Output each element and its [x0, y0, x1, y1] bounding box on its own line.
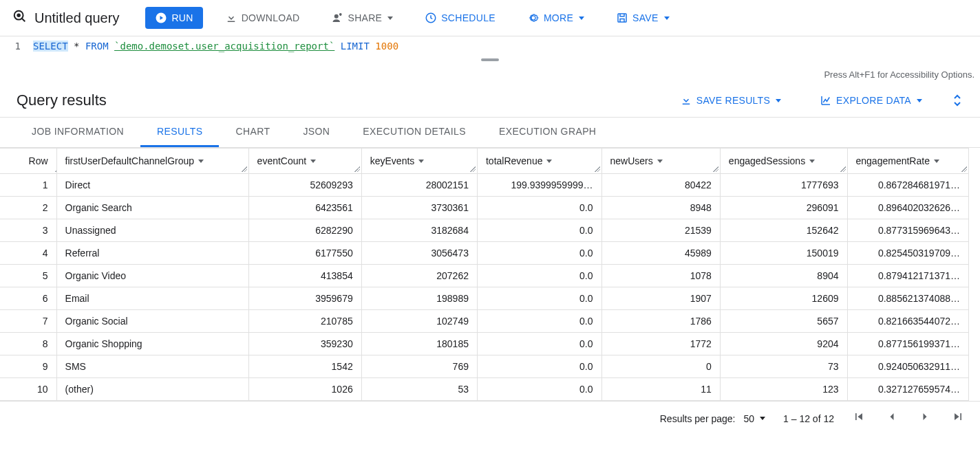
download-icon: [225, 12, 237, 24]
cell-total-revenue: 0.0: [477, 310, 601, 333]
cell-new-users: 21539: [601, 219, 720, 242]
per-page: Results per page: 50: [660, 413, 765, 424]
caret-down-icon: [664, 17, 670, 20]
col-key-events[interactable]: keyEvents: [361, 149, 477, 174]
cell-key-events: 3182684: [361, 219, 477, 242]
cell-engagement-rate: 0.885621374088…: [847, 287, 969, 310]
results-actions: SAVE RESULTS EXPLORE DATA: [670, 89, 963, 111]
cell-total-revenue: 0.0: [477, 333, 601, 355]
resize-handle-icon[interactable]: [961, 166, 967, 172]
col-row[interactable]: Row: [0, 149, 56, 174]
cell-new-users: 0: [601, 355, 720, 378]
cell-engaged-sessions: 150019: [720, 242, 847, 265]
caret-down-icon: [934, 160, 939, 163]
next-page-icon[interactable]: [918, 410, 932, 427]
save-icon: [616, 12, 628, 24]
cell-key-events: 180185: [361, 333, 477, 355]
cell-engagement-rate: 0.327127659574…: [847, 378, 969, 401]
cell-key-events: 769: [361, 355, 477, 378]
cell-channel: SMS: [56, 355, 248, 378]
cell-event-count: 359230: [248, 333, 361, 355]
sql-editor[interactable]: 1 SELECT * FROM `demo.demoset.user_acqui…: [0, 36, 980, 53]
save-results-button[interactable]: SAVE RESULTS: [670, 89, 791, 111]
unfold-icon[interactable]: [951, 94, 963, 107]
col-engagement-rate[interactable]: engagementRate: [847, 149, 969, 174]
caret-down-icon: [198, 160, 204, 163]
tab-execution-graph[interactable]: EXECUTION GRAPH: [482, 118, 612, 147]
cell-row: 2: [0, 197, 56, 219]
cell-channel: Email: [56, 287, 248, 310]
resize-handle-icon[interactable]: [840, 166, 846, 172]
download-button[interactable]: DOWNLOAD: [215, 7, 310, 29]
cell-total-revenue: 0.0: [477, 287, 601, 310]
cell-engaged-sessions: 5657: [720, 310, 847, 333]
cell-event-count: 1542: [248, 355, 361, 378]
schedule-button[interactable]: SCHEDULE: [415, 7, 505, 29]
resize-handle-icon[interactable]: [50, 166, 55, 172]
table-row: 3Unassigned628229031826840.0215391526420…: [0, 219, 969, 242]
cell-total-revenue: 0.0: [477, 219, 601, 242]
cell-engaged-sessions: 152642: [720, 219, 847, 242]
cell-key-events: 3056473: [361, 242, 477, 265]
per-page-select[interactable]: 50: [743, 413, 765, 424]
cell-event-count: 413854: [248, 265, 361, 287]
cell-engagement-rate: 0.924050632911…: [847, 355, 969, 378]
save-button[interactable]: SAVE: [606, 7, 679, 29]
cell-new-users: 8948: [601, 197, 720, 219]
share-button[interactable]: SHARE: [322, 7, 403, 29]
cell-new-users: 45989: [601, 242, 720, 265]
cell-row: 9: [0, 355, 56, 378]
tab-results[interactable]: RESULTS: [140, 118, 219, 147]
cell-new-users: 11: [601, 378, 720, 401]
results-header: Query results SAVE RESULTS EXPLORE DATA: [0, 80, 980, 118]
resize-handle-icon[interactable]: [713, 166, 718, 172]
col-total-revenue[interactable]: totalRevenue: [477, 149, 601, 174]
first-page-icon[interactable]: [852, 410, 866, 427]
svg-point-2: [17, 13, 21, 17]
cell-channel: Unassigned: [56, 219, 248, 242]
cell-event-count: 1026: [248, 378, 361, 401]
pagination: Results per page: 50 1 – 12 of 12: [0, 401, 980, 435]
caret-down-icon: [657, 160, 663, 163]
cell-new-users: 1772: [601, 333, 720, 355]
tab-json[interactable]: JSON: [286, 118, 346, 147]
tab-execution-details[interactable]: EXECUTION DETAILS: [346, 118, 482, 147]
caret-down-icon: [579, 17, 584, 20]
toolbar: Untitled query RUN DOWNLOAD SHARE SCHEDU…: [0, 0, 980, 36]
tab-chart[interactable]: CHART: [219, 118, 286, 147]
cell-row: 8: [0, 333, 56, 355]
cell-engagement-rate: 0.877315969643…: [847, 219, 969, 242]
cell-event-count: 6282290: [248, 219, 361, 242]
col-engaged-sessions[interactable]: engagedSessions: [720, 149, 847, 174]
cell-event-count: 52609293: [248, 174, 361, 197]
col-new-users[interactable]: newUsers: [601, 149, 720, 174]
resize-handle-icon[interactable]: [354, 166, 360, 172]
last-page-icon[interactable]: [951, 410, 965, 427]
cell-row: 7: [0, 310, 56, 333]
resize-handle-icon[interactable]: [470, 166, 476, 172]
cell-engaged-sessions: 1777693: [720, 174, 847, 197]
cell-channel: (other): [56, 378, 248, 401]
more-button[interactable]: MORE: [518, 7, 594, 29]
cell-event-count: 210785: [248, 310, 361, 333]
resize-handle-icon[interactable]: [595, 166, 600, 172]
results-table: Row firstUserDefaultChannelGroup eventCo…: [0, 148, 969, 401]
col-event-count[interactable]: eventCount: [248, 149, 361, 174]
caret-down-icon: [776, 99, 781, 102]
table-row: 7Organic Social2107851027490.0178656570.…: [0, 310, 969, 333]
run-button[interactable]: RUN: [145, 7, 202, 29]
resize-handle-icon[interactable]: [242, 166, 247, 172]
table-row: 2Organic Search642356137303610.089482960…: [0, 197, 969, 219]
line-number: 1: [0, 38, 28, 52]
cell-engagement-rate: 0.825450319709…: [847, 242, 969, 265]
prev-page-icon[interactable]: [885, 410, 899, 427]
cell-row: 5: [0, 265, 56, 287]
share-icon: [332, 12, 344, 24]
results-title: Query results: [17, 91, 107, 109]
explore-data-button[interactable]: EXPLORE DATA: [810, 89, 932, 111]
col-channel[interactable]: firstUserDefaultChannelGroup: [56, 149, 248, 174]
results-table-wrap: Row firstUserDefaultChannelGroup eventCo…: [0, 148, 980, 401]
table-row: 5Organic Video4138542072620.0107889040.8…: [0, 265, 969, 287]
table-row: 6Email39596791989890.01907126090.8856213…: [0, 287, 969, 310]
tab-job-information[interactable]: JOB INFORMATION: [15, 118, 140, 147]
